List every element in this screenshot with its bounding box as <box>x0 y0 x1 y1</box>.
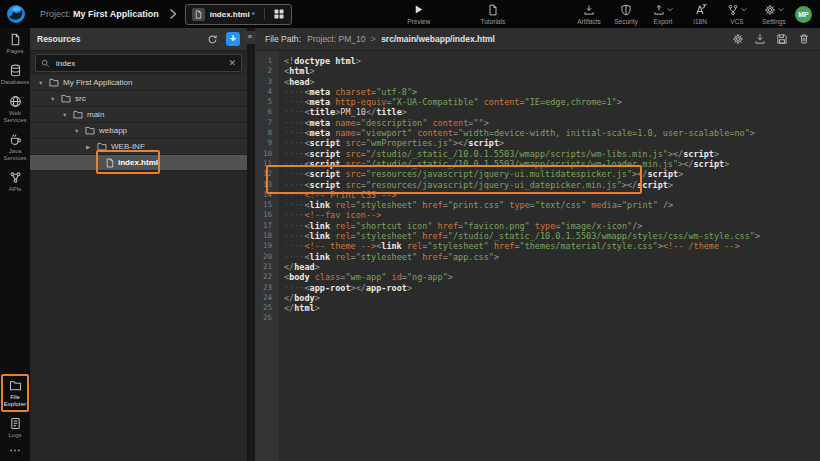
topbar-utility-actions: ArtifactsSecurityExportI18NVCSSettings <box>574 3 789 25</box>
tree-item-main[interactable]: ▼main <box>30 107 247 123</box>
pages-icon <box>9 33 22 46</box>
code-line[interactable]: 5····<meta http-equiv="X-UA-Compatible" … <box>255 97 820 107</box>
sidebar-item-label: Web Services <box>1 110 29 124</box>
line-number: 4 <box>255 87 279 97</box>
code-line[interactable]: 19····<!-- theme --><link rel="styleshee… <box>255 241 820 251</box>
code-line[interactable]: 13····<script src="resources/javascript/… <box>255 180 820 190</box>
tree-item-src[interactable]: ▼src <box>30 91 247 107</box>
code-line[interactable]: 11····<script src="/studio/_static_/10.0… <box>255 159 820 169</box>
code-line[interactable]: 16····<!--fav icon--> <box>255 210 820 220</box>
open-file-tab[interactable]: index.html * <box>185 4 292 25</box>
sidebar-item-logs[interactable]: Logs <box>1 412 29 443</box>
code-line[interactable]: 26 <box>255 313 820 323</box>
topbar-action-tutorials[interactable]: Tutorials <box>478 3 508 25</box>
tree-item-webapp[interactable]: ▼webapp <box>30 123 247 139</box>
topbar-action-preview[interactable]: Preview <box>404 3 434 25</box>
tree-item-label: index.html <box>118 158 158 167</box>
code-line[interactable]: 4····<meta charset="utf-8"> <box>255 87 820 97</box>
sidebar-item-apis[interactable]: APIs <box>1 166 29 197</box>
more-icon <box>9 448 21 453</box>
topbar-action-label: Tutorials <box>481 18 506 25</box>
add-resource-button[interactable]: + <box>226 32 240 46</box>
sidebar-item-label: File Explorer <box>3 394 27 408</box>
line-number: 14 <box>255 190 279 200</box>
tree-item-index-html[interactable]: index.html <box>30 155 247 171</box>
delete-icon[interactable] <box>798 33 810 45</box>
tree-folder-icon <box>73 110 83 119</box>
code-line[interactable]: 17····<link rel="shortcut icon" href="fa… <box>255 221 820 231</box>
folder-icon <box>9 379 22 392</box>
resource-tree: ▼My First Application▼src▼main▼webapp▶WE… <box>30 75 247 171</box>
sidebar-item-pages[interactable]: Pages <box>1 28 29 59</box>
topbar-action-i18n[interactable]: I18N <box>685 3 715 25</box>
topbar-action-export[interactable]: Export <box>648 3 678 25</box>
code-line[interactable]: 12····<script src="resources/javascript/… <box>255 169 820 179</box>
panel-splitter[interactable]: « <box>247 28 255 461</box>
code-area[interactable]: 1<!doctype html>2<html>3<head>4····<meta… <box>255 51 820 461</box>
collapse-panel-button[interactable]: « <box>244 31 256 44</box>
code-line[interactable]: 23····<app-root></app-root> <box>255 283 820 293</box>
user-avatar[interactable]: MP <box>795 6 812 23</box>
code-line[interactable]: 8····<meta name="viewport" content="widt… <box>255 128 820 138</box>
topbar-action-label: I18N <box>693 18 707 25</box>
sidebar-top-group: PagesDatabasesWeb ServicesJava ServicesA… <box>1 28 29 197</box>
wavemaker-logo-icon[interactable] <box>6 4 26 24</box>
play-icon <box>413 4 424 15</box>
clear-search-icon[interactable]: ✕ <box>228 59 236 68</box>
refresh-icon[interactable] <box>207 34 218 45</box>
line-number: 23 <box>255 283 279 293</box>
code-line[interactable]: 6····<title>PM_10</title> <box>255 107 820 117</box>
download-icon[interactable] <box>754 33 766 45</box>
chevron-right-icon <box>169 9 177 19</box>
code-line[interactable]: 9····<script src="wmProperties.js"></scr… <box>255 138 820 148</box>
chevron-right-icon[interactable]: ▶ <box>86 144 97 150</box>
topbar-action-label: Security <box>614 18 637 25</box>
line-number: 13 <box>255 180 279 190</box>
code-line[interactable]: 7····<meta name="description" content=""… <box>255 118 820 128</box>
branch-icon <box>727 4 739 16</box>
sidebar-item-databases[interactable]: Databases <box>1 59 29 90</box>
resources-header: Resources + <box>30 28 247 51</box>
topbar-action-vcs[interactable]: VCS <box>722 3 752 25</box>
sidebar-item-label: Pages <box>6 48 23 55</box>
sidebar-item-more[interactable] <box>1 443 29 457</box>
code-line[interactable]: 22<body class="wm-app" id="ng-app"> <box>255 272 820 282</box>
file-path-label: File Path: <box>265 34 301 44</box>
line-number: 6 <box>255 107 279 117</box>
code-line[interactable]: 15····<link rel="stylesheet" href="print… <box>255 200 820 210</box>
code-line[interactable]: 20····<link rel="stylesheet" href="app.c… <box>255 252 820 262</box>
wavemaker-studio: { "topbar": { "project_label": "Project:… <box>0 0 820 461</box>
project-name[interactable]: My First Application <box>73 9 159 19</box>
line-number: 1 <box>255 56 279 66</box>
line-number: 18 <box>255 231 279 241</box>
code-line[interactable]: 3<head> <box>255 77 820 87</box>
sidebar-item-file-explorer[interactable]: File Explorer <box>1 374 29 412</box>
line-number: 22 <box>255 272 279 282</box>
topbar-action-label: Export <box>654 18 673 25</box>
code-lines: 1<!doctype html>2<html>3<head>4····<meta… <box>255 51 820 324</box>
code-line[interactable]: 10····<script src="/studio/_static_/10.0… <box>255 149 820 159</box>
tree-item-my-first-application[interactable]: ▼My First Application <box>30 75 247 91</box>
code-line[interactable]: 24</body> <box>255 293 820 303</box>
tree-item-web-inf[interactable]: ▶WEB-INF <box>30 139 247 155</box>
sidebar-item-web-services[interactable]: Web Services <box>1 90 29 128</box>
code-line[interactable]: 25</html> <box>255 303 820 313</box>
settings-icon[interactable] <box>732 33 744 45</box>
code-line[interactable]: 21</head> <box>255 262 820 272</box>
chevron-down-icon[interactable]: ▼ <box>50 96 61 102</box>
chevron-down-icon[interactable]: ▼ <box>74 128 85 134</box>
topbar-action-artifacts[interactable]: Artifacts <box>574 3 604 25</box>
layout-grid-icon[interactable] <box>264 8 285 20</box>
chevron-down-icon <box>741 7 747 12</box>
topbar-action-security[interactable]: Security <box>611 3 641 25</box>
topbar-action-settings[interactable]: Settings <box>759 3 789 25</box>
chevron-down-icon[interactable]: ▼ <box>38 80 49 86</box>
chevron-down-icon[interactable]: ▼ <box>62 112 73 118</box>
code-line[interactable]: 14····<!-- Print CSS --> <box>255 190 820 200</box>
save-icon[interactable] <box>776 33 788 45</box>
sidebar-item-java-services[interactable]: Java Services <box>1 128 29 166</box>
code-line[interactable]: 1<!doctype html> <box>255 56 820 66</box>
code-line[interactable]: 18····<link rel="stylesheet" href="/stud… <box>255 231 820 241</box>
code-line[interactable]: 2<html> <box>255 66 820 76</box>
search-input[interactable] <box>54 58 228 69</box>
